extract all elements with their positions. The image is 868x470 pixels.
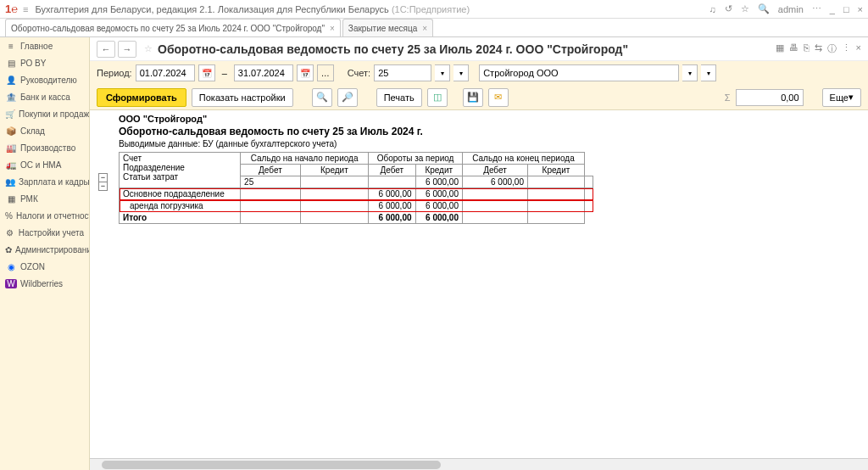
report-area: − − ООО "Стройгород" Оборотно-сальдовая …	[90, 110, 868, 470]
app-title: Бухгалтерия для Беларуси, редакция 2.1. …	[35, 4, 709, 14]
search-icon[interactable]: 🔍	[758, 3, 770, 14]
calendar-from-button[interactable]: 📅	[198, 64, 215, 81]
grid-icon[interactable]: ▦	[776, 42, 784, 55]
sidebar-item-taxes[interactable]: %Налоги и отчетность	[0, 207, 89, 224]
org-select-button[interactable]: ▾	[701, 64, 716, 81]
col-debit: Дебет	[241, 165, 301, 176]
show-settings-button[interactable]: Показать настройки	[192, 88, 293, 107]
info-icon[interactable]: ⓘ	[827, 42, 837, 55]
ozon-icon: ◉	[5, 262, 17, 271]
sum-input[interactable]	[736, 89, 804, 106]
sidebar-item-roby[interactable]: ▤РО BY	[0, 54, 89, 71]
history-icon[interactable]: ↺	[725, 3, 732, 14]
page-header: ← → ☆ Оборотно-сальдовая ведомость по сч…	[90, 37, 868, 61]
sidebar-item-ozon[interactable]: ◉OZON	[0, 258, 89, 275]
sidebar-item-production[interactable]: 🏭Производство	[0, 139, 89, 156]
org-dropdown-button[interactable]: ▾	[682, 64, 698, 81]
bank-icon: 🏦	[5, 92, 17, 102]
sidebar-item-hr[interactable]: 👥Зарплата и кадры	[0, 173, 89, 190]
close-page-icon[interactable]: ×	[856, 42, 861, 55]
more-button[interactable]: Еще ▾	[822, 88, 861, 107]
box-icon: 📦	[5, 126, 17, 136]
report-subtitle: Выводимые данные: БУ (данные бухгалтерск…	[119, 139, 860, 148]
col-credit: Кредит	[527, 165, 584, 176]
print-preview-button[interactable]: ◫	[427, 88, 448, 107]
table-row[interactable]: Основное подразделение 6 000,006 000,00	[120, 188, 593, 200]
back-button[interactable]: ←	[97, 41, 115, 58]
cart-icon: 🛒	[5, 109, 15, 119]
email-button[interactable]: ✉	[488, 88, 509, 107]
sidebar-item-manager[interactable]: 👤Руководителю	[0, 71, 89, 88]
percent-icon: %	[5, 211, 13, 221]
forward-button[interactable]: →	[118, 41, 136, 58]
sidebar-item-rmk[interactable]: ▦РМК	[0, 190, 89, 207]
settings-icon[interactable]: ⋯	[812, 3, 821, 14]
sidebar-item-bank[interactable]: 🏦Банк и касса	[0, 88, 89, 105]
zoom-in-button[interactable]: 🔍	[312, 88, 332, 107]
col-turnover: Обороты за период	[369, 153, 463, 165]
sidebar-item-admin[interactable]: ✿Администрирование	[0, 241, 89, 258]
tab-report[interactable]: Оборотно-сальдовая ведомость по счету 25…	[5, 19, 341, 36]
tab-bar: Оборотно-сальдовая ведомость по счету 25…	[0, 19, 868, 37]
people-icon: 👥	[5, 177, 15, 187]
period-label: Период:	[97, 68, 132, 78]
scrollbar-thumb[interactable]	[102, 461, 441, 469]
report-org: ООО "Стройгород"	[119, 114, 860, 124]
home-icon: ≡	[5, 42, 17, 51]
sidebar-item-assets[interactable]: 🚛ОС и НМА	[0, 156, 89, 173]
account-select-button[interactable]: ▾	[453, 64, 469, 81]
tab-close-icon[interactable]: ×	[330, 24, 335, 33]
account-input[interactable]	[374, 64, 431, 81]
minimize-icon[interactable]: _	[830, 4, 835, 14]
sigma-icon[interactable]: Σ	[725, 92, 731, 103]
gear-icon: ⚙	[5, 228, 15, 238]
flower-icon: ✿	[5, 245, 12, 255]
tab-closing[interactable]: Закрытие месяца ×	[342, 19, 433, 36]
print-button[interactable]: Печать	[376, 88, 422, 107]
col-credit: Кредит	[415, 165, 462, 176]
col-end: Сальдо на конец периода	[462, 153, 584, 165]
menu-icon[interactable]: ≡	[23, 4, 28, 14]
save-button[interactable]: 💾	[463, 88, 483, 107]
app-logo: 1℮	[5, 3, 18, 15]
col-debit: Дебет	[369, 165, 415, 176]
sidebar-item-wb[interactable]: WWildberries	[0, 275, 89, 292]
favorite-icon[interactable]: ☆	[741, 3, 749, 14]
col-start: Сальдо на начало периода	[241, 153, 369, 165]
account-dropdown-button[interactable]: ▾	[435, 64, 450, 81]
tab-close-icon[interactable]: ×	[422, 24, 427, 33]
close-icon[interactable]: ×	[858, 4, 863, 14]
tree-collapse-button[interactable]: −	[98, 182, 108, 191]
wb-icon: W	[5, 279, 17, 288]
org-input[interactable]	[479, 64, 679, 81]
bell-icon[interactable]: ♫	[709, 4, 716, 14]
date-to-input[interactable]	[234, 64, 293, 81]
calendar-to-button[interactable]: 📅	[297, 64, 314, 81]
sidebar-item-settings[interactable]: ⚙Настройки учета	[0, 224, 89, 241]
top-bar: 1℮ ≡ Бухгалтерия для Беларуси, редакция …	[0, 0, 868, 19]
period-picker-button[interactable]: …	[317, 64, 334, 81]
person-icon: 👤	[5, 76, 17, 85]
user-label[interactable]: admin	[778, 4, 804, 14]
date-from-input[interactable]	[136, 64, 195, 81]
maximize-icon[interactable]: □	[843, 4, 849, 14]
sidebar-item-warehouse[interactable]: 📦Склад	[0, 122, 89, 139]
toolbar: Сформировать Показать настройки 🔍 🔎 Печа…	[90, 85, 868, 110]
filter-bar: Период: 📅 – 📅 … Счет: ▾ ▾ ▾ ▾	[90, 61, 868, 85]
link-icon[interactable]: ⎘	[804, 42, 810, 55]
page-title: Оборотно-сальдовая ведомость по счету 25…	[158, 42, 776, 56]
more-icon[interactable]: ⋮	[842, 42, 851, 55]
sidebar-item-main[interactable]: ≡Главное	[0, 37, 89, 54]
col-debit: Дебет	[462, 165, 527, 176]
pos-icon: ▦	[5, 194, 17, 204]
sidebar-item-sales[interactable]: 🛒Покупки и продажи	[0, 105, 89, 122]
print-icon[interactable]: 🖶	[789, 42, 798, 55]
table-row[interactable]: аренда погрузчика 6 000,006 000,00	[120, 200, 593, 212]
zoom-out-button[interactable]: 🔎	[337, 88, 358, 107]
table-row-total[interactable]: Итого 6 000,006 000,00	[120, 212, 593, 224]
star-icon[interactable]: ☆	[144, 43, 153, 54]
horizontal-scrollbar[interactable]	[90, 458, 868, 470]
generate-button[interactable]: Сформировать	[97, 88, 186, 107]
options-icon[interactable]: ⇆	[815, 42, 822, 55]
col-credit: Кредит	[300, 165, 368, 176]
